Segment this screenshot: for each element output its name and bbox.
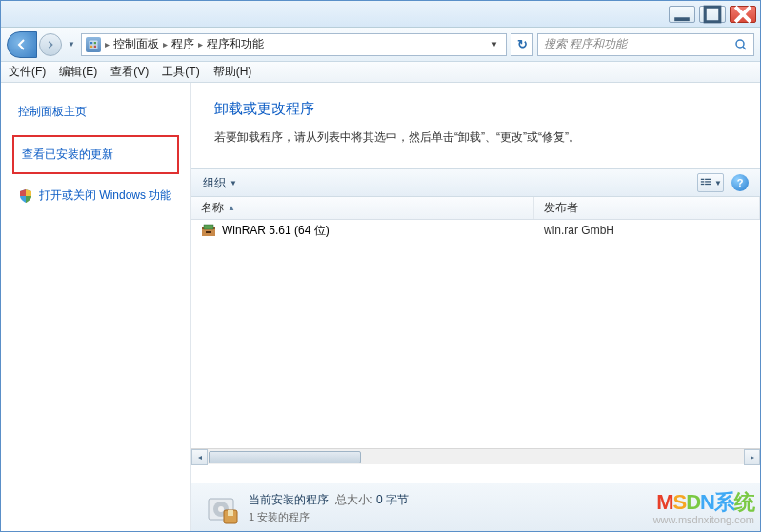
svg-rect-5 — [90, 42, 92, 44]
svg-rect-12 — [701, 181, 704, 182]
breadcrumb-programs[interactable]: 程序 — [171, 36, 194, 52]
navigation-bar: ▼ ▸ 控制面板 ▸ 程序 ▸ 程序和功能 ▼ ↻ 搜索 程序和功能 — [1, 28, 760, 62]
table-body: WinRAR 5.61 (64 位) win.rar GmbH — [191, 220, 760, 448]
page-description: 若要卸载程序，请从列表中将其选中，然后单击“卸载”、“更改”或“修复”。 — [214, 129, 737, 146]
svg-rect-21 — [206, 231, 211, 233]
status-count: 1 安装的程序 — [249, 510, 409, 524]
status-size-value: 0 字节 — [376, 493, 409, 506]
svg-rect-1 — [705, 7, 720, 22]
chevron-down-icon: ▼ — [230, 179, 237, 187]
scroll-thumb[interactable] — [209, 451, 361, 463]
breadcrumb-sep[interactable]: ▸ — [198, 39, 203, 49]
address-bar[interactable]: ▸ 控制面板 ▸ 程序 ▸ 程序和功能 ▼ — [81, 33, 507, 56]
column-name[interactable]: 名称 ▲ — [191, 197, 534, 219]
svg-rect-6 — [94, 42, 96, 44]
forward-button[interactable] — [39, 33, 62, 56]
menu-file[interactable]: 文件(F) — [9, 64, 46, 80]
main-content: 卸载或更改程序 若要卸载程序，请从列表中将其选中，然后单击“卸载”、“更改”或“… — [191, 83, 760, 532]
sidebar-windows-features[interactable]: 打开或关闭 Windows 功能 — [18, 187, 173, 204]
svg-rect-16 — [705, 184, 711, 185]
search-icon — [734, 38, 748, 51]
maximize-button[interactable] — [699, 6, 726, 23]
back-button[interactable] — [7, 31, 37, 58]
table-row[interactable]: WinRAR 5.61 (64 位) win.rar GmbH — [191, 220, 760, 241]
organize-label: 组织 — [203, 175, 226, 191]
breadcrumb-programs-features[interactable]: 程序和功能 — [207, 36, 264, 52]
svg-point-9 — [736, 40, 744, 48]
svg-rect-14 — [705, 179, 711, 180]
svg-line-10 — [743, 47, 746, 49]
sidebar-control-panel-home[interactable]: 控制面板主页 — [18, 104, 173, 120]
table-header: 名称 ▲ 发布者 — [191, 197, 760, 220]
sidebar-windows-features-label: 打开或关闭 Windows 功能 — [39, 187, 171, 204]
sidebar-view-installed-updates[interactable]: 查看已安装的更新 — [12, 135, 179, 174]
window-titlebar — [1, 1, 760, 28]
svg-rect-4 — [90, 40, 98, 49]
chevron-down-icon: ▼ — [714, 179, 722, 187]
breadcrumb-sep[interactable]: ▸ — [105, 39, 110, 49]
shield-icon — [18, 188, 33, 204]
search-input[interactable]: 搜索 程序和功能 — [537, 33, 754, 56]
page-title: 卸载或更改程序 — [214, 100, 737, 118]
status-label: 当前安装的程序 — [249, 493, 329, 506]
close-button[interactable] — [730, 6, 756, 23]
sort-indicator-icon: ▲ — [228, 204, 235, 212]
svg-rect-11 — [701, 179, 704, 180]
help-button[interactable]: ? — [731, 174, 749, 191]
breadcrumb-sep[interactable]: ▸ — [163, 39, 168, 49]
program-name: WinRAR 5.61 (64 位) — [222, 223, 330, 239]
svg-rect-7 — [90, 45, 92, 47]
svg-rect-19 — [204, 225, 213, 229]
program-publisher: win.rar GmbH — [544, 224, 751, 237]
breadcrumb-root[interactable]: 控制面板 — [113, 36, 159, 52]
menu-tools[interactable]: 工具(T) — [162, 64, 199, 80]
scroll-right-button[interactable]: ▸ — [744, 449, 760, 465]
column-publisher[interactable]: 发布者 — [534, 197, 760, 219]
menu-view[interactable]: 查看(V) — [110, 64, 149, 80]
control-panel-icon — [86, 37, 101, 52]
installer-icon — [205, 491, 239, 525]
svg-rect-13 — [701, 184, 704, 185]
scroll-left-button[interactable]: ◂ — [191, 449, 208, 465]
menu-edit[interactable]: 编辑(E) — [59, 64, 97, 80]
address-dropdown[interactable]: ▼ — [487, 40, 502, 49]
svg-point-24 — [218, 506, 224, 512]
svg-rect-26 — [228, 510, 233, 516]
svg-rect-15 — [705, 181, 711, 182]
refresh-button[interactable]: ↻ — [511, 33, 533, 56]
view-mode-button[interactable]: ▼ — [697, 173, 724, 192]
horizontal-scrollbar[interactable]: ◂ ▸ — [191, 448, 760, 464]
menu-help[interactable]: 帮助(H) — [213, 64, 252, 80]
minimize-button[interactable] — [669, 6, 695, 23]
organize-button[interactable]: 组织 ▼ — [203, 175, 237, 191]
programs-table: 名称 ▲ 发布者 — [191, 197, 760, 483]
status-size-label: 总大小: — [335, 493, 372, 506]
status-bar: 当前安装的程序 总大小: 0 字节 1 安装的程序 — [191, 483, 760, 532]
menu-bar: 文件(F) 编辑(E) 查看(V) 工具(T) 帮助(H) — [1, 62, 760, 83]
search-placeholder: 搜索 程序和功能 — [544, 36, 627, 52]
sidebar: 控制面板主页 查看已安装的更新 打开或关闭 Windows 功能 — [1, 83, 191, 532]
svg-rect-8 — [94, 45, 96, 47]
nav-history-dropdown[interactable]: ▼ — [66, 33, 77, 56]
toolbar: 组织 ▼ ▼ ? — [191, 168, 760, 197]
winrar-icon — [201, 223, 216, 238]
